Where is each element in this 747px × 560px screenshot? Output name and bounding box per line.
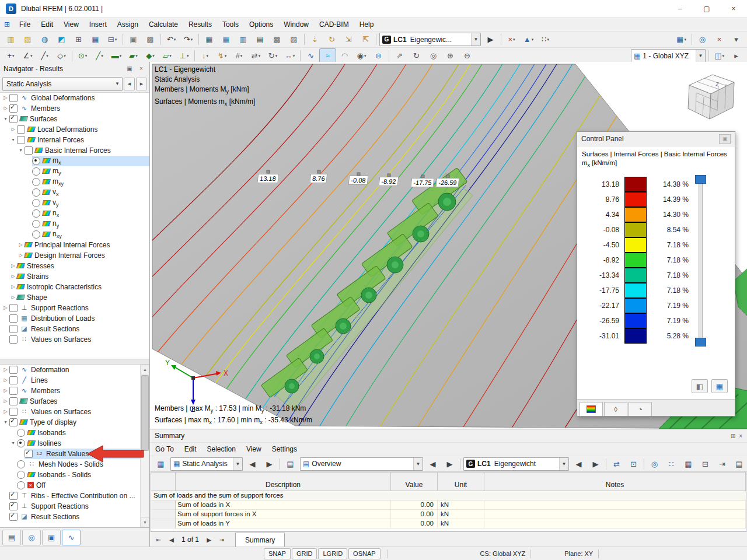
dropdown-arrow-icon[interactable]: ▾	[513, 37, 515, 42]
tree-item-support-reactions[interactable]: ▷⊥Support Reactions	[0, 303, 149, 313]
new-support-icon[interactable]: ⊥▾	[176, 48, 193, 63]
zoom-in-icon[interactable]: ⊕	[442, 48, 459, 63]
export-excel-icon[interactable]: ▤	[252, 32, 268, 47]
radio-mesh-nodes-solids[interactable]	[17, 460, 25, 468]
tree-item-mesh-nodes-solids[interactable]: ∷Mesh Nodes - Solids	[0, 459, 141, 470]
table-row[interactable]: Sum of loads in X0.00kN	[151, 501, 746, 510]
modify-structure-icon[interactable]: #▾	[231, 48, 247, 63]
expander-open-icon[interactable]: ▾	[9, 440, 17, 446]
checkbox-members[interactable]	[9, 387, 18, 395]
print-icon[interactable]: ⊟▾	[104, 32, 121, 47]
dropdown-arrow-icon[interactable]: ▾	[85, 54, 88, 58]
dropdown-arrow-icon[interactable]: ▾	[120, 54, 122, 58]
tree-item-isotropic-characteristics[interactable]: ▷Isotropic Characteristics	[0, 282, 149, 292]
tree-item-n-y[interactable]: ny	[0, 219, 149, 229]
navigation-cube[interactable]: Z	[680, 68, 739, 126]
checkbox-surfaces[interactable]	[9, 115, 18, 123]
navigator-dock-icon[interactable]: ▣	[125, 65, 134, 73]
tree-item-design-internal-forces[interactable]: ▷Design Internal Forces	[0, 250, 149, 261]
rotate-icon[interactable]: ↻▾	[264, 48, 281, 63]
tree-item-isobands[interactable]: Isobands	[0, 428, 141, 438]
checkbox-members[interactable]	[9, 104, 18, 113]
dropdown-arrow-icon[interactable]: ▾	[684, 37, 686, 42]
cut-pattern-icon[interactable]: ×	[711, 32, 728, 47]
dimension-icon[interactable]: ↔▾	[281, 48, 298, 63]
guidelines-icon[interactable]: ╱▾	[36, 48, 53, 63]
checkbox-result-sections[interactable]	[9, 325, 18, 333]
color-scale[interactable]: 13.1814.38 %8.7614.39 %4.3414.30 %-0.088…	[583, 177, 730, 344]
tree-item-result-sections[interactable]: ◪Result Sections	[0, 512, 141, 522]
dropdown-arrow-icon[interactable]: ▾	[64, 54, 66, 58]
checkbox-result-values[interactable]	[25, 450, 33, 458]
tab-color-scale[interactable]	[580, 402, 603, 416]
menu-tools[interactable]: Tools	[217, 18, 244, 31]
redo-icon[interactable]: ↷▾	[180, 32, 197, 47]
menu-file[interactable]: File	[14, 18, 36, 31]
scale-apply-button[interactable]: ▦	[711, 379, 728, 393]
model-viewport[interactable]: LC1 - EigengewichtStatic AnalysisMembers…	[150, 62, 747, 429]
expander-closed-icon[interactable]: ▷	[2, 409, 9, 414]
menu-edit[interactable]: Edit	[179, 443, 202, 456]
nav-tab-views[interactable]: ▣	[42, 530, 61, 545]
checkbox-basic-internal-forces[interactable]	[25, 146, 33, 155]
dropdown-arrow-icon[interactable]: ▾	[547, 37, 549, 42]
dropdown-arrow-icon[interactable]: ▾	[12, 54, 15, 58]
tree-item-type-of-display[interactable]: ▾Type of display	[0, 417, 141, 428]
next-analysis-button[interactable]: ▶	[261, 457, 278, 471]
chevron-down-icon[interactable]: ▼	[233, 458, 242, 470]
tree-item-isobands-solids[interactable]: Isobands - Solids	[0, 470, 141, 480]
last-page-button[interactable]: ⇥	[215, 533, 228, 546]
scale-slider-handle-top[interactable]	[695, 175, 706, 184]
coordinate-system-combo[interactable]: ▦1 - Global XYZ▼	[631, 49, 706, 62]
expander-open-icon[interactable]: ▾	[17, 148, 25, 153]
dropdown-arrow-icon[interactable]: ▾	[532, 37, 534, 42]
tree-item-result-values[interactable]: 1.2Result Values	[0, 449, 141, 459]
tree-item-surfaces[interactable]: ▷Surfaces	[0, 396, 141, 407]
next-case-button[interactable]: ▶	[136, 78, 147, 90]
paste-icon[interactable]: ▩	[142, 32, 159, 47]
bim-cloud-icon[interactable]: ◩	[53, 32, 70, 47]
toggle-lgrid[interactable]: LGRID	[318, 548, 347, 559]
next-lc-button[interactable]: ▶	[587, 457, 604, 471]
prev-view-button[interactable]: ◀	[424, 457, 441, 471]
tree-item-v-y[interactable]: vy	[0, 198, 149, 208]
dropdown-arrow-icon[interactable]: ▾	[135, 54, 138, 58]
expander-closed-icon[interactable]: ▷	[2, 377, 9, 383]
overflow-more-icon[interactable]: ▾	[728, 32, 745, 47]
chevron-down-icon[interactable]: ▼	[413, 458, 423, 470]
new-opening-icon[interactable]: ▱▾	[159, 48, 176, 63]
menu-cad-bim[interactable]: CAD-BIM	[314, 18, 354, 31]
analysis-type-combo[interactable]: Static Analysis ▼	[2, 77, 123, 91]
summary-dock-icon[interactable]: ⊞	[731, 433, 735, 439]
zoom-row-icon[interactable]: ◎	[646, 457, 663, 471]
overview-icon[interactable]: ▤	[282, 457, 299, 471]
tree-item-isolines[interactable]: ▾Isolines	[0, 438, 141, 449]
summary-table[interactable]: Description Value Unit Notes Sum of load…	[151, 472, 746, 531]
radio-v-y[interactable]	[32, 199, 40, 207]
expander-closed-icon[interactable]: ▷	[2, 388, 9, 393]
dropdown-arrow-icon[interactable]: ▾	[187, 54, 189, 58]
chevron-down-icon[interactable]: ▼	[113, 78, 122, 90]
tree-item-values-on-surfaces[interactable]: ▷∷Values on Surfaces	[0, 407, 141, 417]
scrollbar-thumb[interactable]	[141, 375, 149, 451]
tree-item-ribs-effective-contribution-on[interactable]: ⊤Ribs - Effective Contribution on ...	[0, 491, 141, 501]
dropdown-arrow-icon[interactable]: ▾	[115, 37, 117, 42]
expander-closed-icon[interactable]: ▷	[9, 127, 17, 132]
display-settings-icon[interactable]: ▦▾	[673, 32, 690, 47]
tree-item-m-y[interactable]: my	[0, 166, 149, 177]
expander-closed-icon[interactable]: ▷	[2, 367, 9, 372]
tree-item-lines[interactable]: ▷╱Lines	[0, 375, 141, 386]
mesh-icon[interactable]: ▩	[268, 32, 285, 47]
scrollbar[interactable]: ▲ ▼	[140, 365, 149, 528]
tree-item-n-xy[interactable]: nxy	[0, 229, 149, 240]
dropdown-arrow-icon[interactable]: ▾	[225, 54, 227, 58]
tree-item-v-x[interactable]: vx	[0, 187, 149, 198]
dropdown-arrow-icon[interactable]: ▾	[240, 54, 243, 58]
result-values-icon[interactable]: ∷▾	[537, 32, 554, 47]
dropdown-arrow-icon[interactable]: ▾	[174, 37, 176, 42]
tree-item-strains[interactable]: ▷Strains	[0, 271, 149, 282]
next-page-button[interactable]: ▶	[203, 533, 215, 546]
checkbox-lines[interactable]	[9, 376, 18, 384]
tree-item-shape[interactable]: ▷Shape	[0, 292, 149, 303]
tree-splitter[interactable]	[0, 359, 149, 365]
